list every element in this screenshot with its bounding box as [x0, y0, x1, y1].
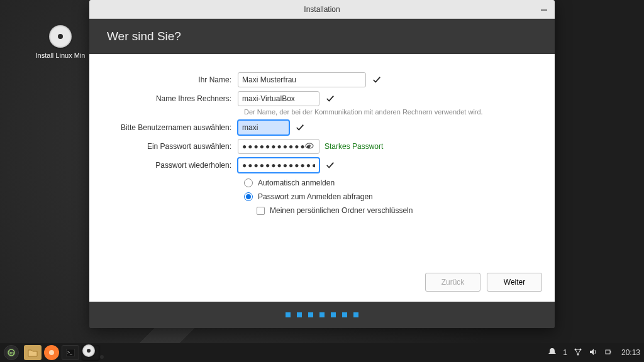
- installer-window: Installation Wer sind Sie? Ihr Name: Nam…: [89, 0, 555, 328]
- check-icon: [371, 74, 382, 85]
- progress-dots: [89, 302, 555, 328]
- next-button[interactable]: Weiter: [487, 273, 542, 292]
- dot-icon: [308, 312, 313, 317]
- svg-rect-13: [610, 351, 611, 353]
- system-tray: 1 20:13: [548, 348, 640, 358]
- minimize-button[interactable]: [540, 4, 548, 13]
- taskbar-firefox-icon[interactable]: [44, 345, 59, 360]
- start-menu-button[interactable]: lm: [4, 345, 19, 360]
- dot-icon: [331, 312, 336, 317]
- hostname-input[interactable]: [238, 91, 319, 106]
- disc-icon: [49, 25, 72, 48]
- name-input[interactable]: [238, 72, 366, 87]
- name-label: Ihr Name:: [112, 75, 238, 84]
- radio-auto-login-label: Automatisch anmelden: [258, 178, 335, 187]
- power-icon[interactable]: [604, 348, 613, 358]
- hostname-label: Name Ihres Rechners:: [112, 94, 238, 103]
- back-button[interactable]: Zurück: [425, 273, 480, 292]
- radio-require-password[interactable]: [244, 192, 253, 201]
- window-title: Installation: [304, 5, 340, 14]
- svg-point-6: [49, 350, 54, 355]
- check-icon: [325, 93, 336, 104]
- password-confirm-label: Passwort wiederholen:: [112, 161, 238, 170]
- radio-require-password-label: Passwort zum Anmelden abfragen: [258, 192, 373, 201]
- step-heading-text: Wer sind Sie?: [107, 30, 181, 43]
- volume-icon[interactable]: [589, 348, 597, 358]
- window-titlebar[interactable]: Installation: [89, 0, 555, 19]
- footer-buttons: Zurück Weiter: [89, 266, 555, 302]
- dot-icon: [286, 312, 291, 317]
- checkbox-encrypt-home-label: Meinen persönlichen Ordner verschlüsseln: [270, 206, 413, 215]
- username-input[interactable]: [238, 120, 289, 135]
- check-icon: [294, 122, 306, 133]
- hostname-hint: Der Name, der bei der Kommunikation mit …: [244, 108, 532, 116]
- password-label: Ein Passwort auswählen:: [112, 142, 238, 151]
- taskbar-installer-icon[interactable]: .taskbar .disc::after{top:7px;left:7px;w…: [82, 345, 99, 360]
- check-icon: [325, 160, 336, 171]
- desktop-icon-installer[interactable]: Install Linux Min: [35, 25, 86, 59]
- taskbar-terminal-icon[interactable]: >_: [62, 345, 79, 360]
- eye-icon[interactable]: [304, 141, 314, 153]
- desktop: Install Linux Min Installation Wer sind …: [0, 0, 644, 362]
- taskbar: lm >_ .taskbar .disc::after{top:7px;left…: [0, 343, 644, 362]
- svg-text:lm: lm: [9, 350, 14, 356]
- password-strength: Starkes Passwort: [325, 142, 383, 151]
- radio-auto-login[interactable]: [244, 178, 253, 187]
- step-heading: Wer sind Sie?: [89, 19, 555, 54]
- svg-rect-12: [606, 350, 610, 354]
- notifications-icon[interactable]: [548, 348, 557, 358]
- dot-icon: [297, 312, 302, 317]
- checkbox-encrypt-home[interactable]: [257, 207, 265, 215]
- clock[interactable]: 20:13: [621, 348, 640, 357]
- svg-text:>_: >_: [67, 350, 72, 355]
- network-icon[interactable]: [574, 348, 582, 358]
- password-confirm-input[interactable]: [238, 158, 319, 173]
- svg-point-2: [308, 145, 311, 147]
- tray-count: 1: [563, 348, 567, 357]
- username-label: Bitte Benutzernamen auswählen:: [112, 123, 238, 132]
- desktop-icon-label: Install Linux Min: [35, 52, 86, 59]
- dot-icon: [342, 312, 347, 317]
- dot-icon: [319, 312, 325, 317]
- dot-icon: [353, 312, 358, 317]
- taskbar-files-icon[interactable]: [24, 345, 42, 360]
- form-area: Ihr Name: Name Ihres Rechners: Der Name,…: [89, 54, 555, 266]
